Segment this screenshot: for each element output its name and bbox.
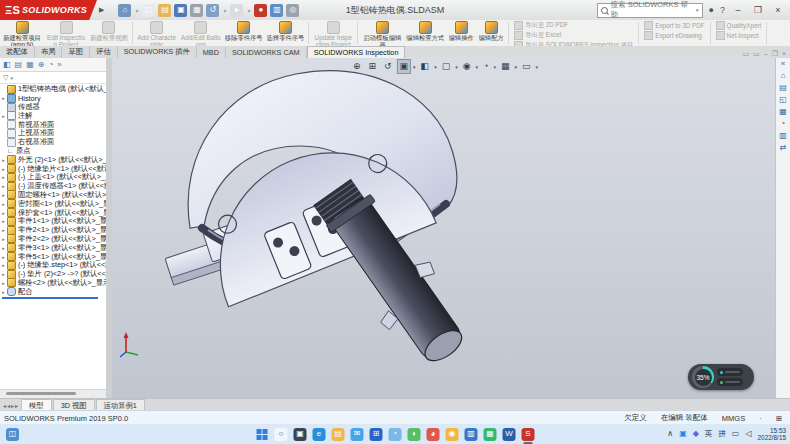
dimxpert-tab-icon[interactable]: ⊕ (38, 60, 45, 69)
command-tab-mbd[interactable]: MBD (197, 47, 226, 58)
scroll-arrow-icon[interactable]: ▸ (15, 402, 18, 409)
custom-properties-icon[interactable]: ▥ (779, 132, 787, 140)
expand-arrow-icon[interactable]: ▸ (0, 192, 7, 198)
view-palette-icon[interactable]: ▦ (779, 108, 787, 116)
recorder-overlay[interactable]: 35% (688, 364, 754, 390)
configuration-tab-icon[interactable]: ▦ (26, 60, 34, 69)
clock[interactable]: 15:532022/8/15 (758, 427, 786, 442)
save-icon[interactable]: ▣ (174, 4, 187, 17)
ribbon-button[interactable]: 新建检查项目 (amp;N) (0, 20, 44, 46)
command-tab-solidworks-插件[interactable]: SOLIDWORKS 插件 (118, 46, 197, 58)
expand-arrow-icon[interactable]: ▸ (0, 262, 7, 268)
restore-button[interactable]: ❐ (751, 5, 765, 15)
expand-arrow-icon[interactable]: ▸ (0, 218, 7, 224)
scroll-arrow-icon[interactable]: ◂ (7, 402, 10, 409)
language-indicator[interactable]: 英 (705, 429, 713, 439)
expand-arrow-icon[interactable]: ▸ (0, 280, 7, 286)
undo-icon[interactable]: ↺ (206, 4, 219, 17)
onedrive-icon[interactable]: ▣ (679, 430, 687, 438)
expand-arrow-icon[interactable]: ▸ (0, 210, 7, 216)
color-wheel-icon[interactable]: ◕ (427, 428, 440, 441)
tab-overflow-icon[interactable]: » (57, 60, 61, 69)
ribbon-button[interactable]: 编辑操作 (446, 20, 476, 46)
recorder-button-1[interactable] (717, 368, 743, 376)
expand-arrow-icon[interactable]: ▸ (0, 183, 7, 189)
graphics-area[interactable]: ⊕⊞↺▣▾◧▾▢▾◉▾◔▾▦▾▭▾ (112, 58, 776, 398)
ribbon-button[interactable]: 启动模板编辑器 (360, 20, 404, 46)
reader-icon[interactable]: ▥ (465, 428, 478, 441)
tray-chevron-icon[interactable]: ∧ (667, 430, 673, 438)
assembly-model[interactable] (112, 58, 776, 398)
expand-arrow-icon[interactable]: ▸ (0, 157, 7, 163)
user-account-icon[interactable]: ● (709, 6, 714, 15)
expand-arrow-icon[interactable]: ▸ (0, 254, 7, 260)
options-gear-icon[interactable]: ◎ (286, 4, 299, 17)
command-tab-装配体[interactable]: 装配体 (0, 46, 35, 58)
tree-filter-row[interactable]: ▽ ▾ (0, 72, 106, 84)
open-folder-icon[interactable]: ▤ (158, 4, 171, 17)
file-explorer-icon[interactable]: ◱ (779, 96, 787, 104)
command-tab-solidworks-cam[interactable]: SOLIDWORKS CAM (226, 47, 307, 58)
expand-arrow-icon[interactable]: ▸ (0, 174, 7, 180)
solidworks-app-icon[interactable]: S (522, 428, 535, 441)
expand-arrow-icon[interactable]: ▸ (0, 113, 7, 119)
search-input[interactable]: 搜索 SOLIDWORKS 帮助 ▾ (597, 3, 703, 18)
doc-window-button[interactable]: ▭ (742, 50, 749, 58)
tree-row[interactable]: 1型铝铸热电偶 (默认<默认_显示状态-1 (0, 85, 106, 94)
solidworks-logo[interactable]: ΞS SOLIDWORKS (0, 0, 97, 20)
filter-dropdown-icon[interactable]: ▾ (10, 75, 13, 81)
doc-window-button[interactable]: ❐ (772, 50, 778, 58)
display-pane-icon[interactable]: ▥ (270, 4, 283, 17)
ribbon-button[interactable]: 编辑配方 (476, 20, 506, 46)
status-tag-icon[interactable]: ⊞ (776, 414, 782, 423)
doc-window-button[interactable]: – (764, 50, 768, 58)
defender-icon[interactable]: ◆ (693, 430, 699, 438)
appearances-scenes-icon[interactable]: ◔ (781, 120, 786, 128)
recorder-button-2[interactable] (717, 378, 743, 386)
tree-row[interactable]: ▸History (0, 94, 106, 103)
forum-icon[interactable]: ⇄ (780, 144, 787, 152)
store-icon[interactable]: ⊞ (370, 428, 383, 441)
expand-arrow-icon[interactable]: ▸ (0, 289, 7, 295)
command-tab-评估[interactable]: 评估 (90, 46, 118, 58)
displaymanager-tab-icon[interactable]: ◔ (48, 60, 53, 69)
new-document-icon[interactable]: ▢ (142, 4, 155, 17)
notes-icon[interactable]: ▦ (484, 428, 497, 441)
scroll-arrow-icon[interactable]: ▸ (11, 402, 14, 409)
tree-horizontal-scrollbar[interactable] (0, 389, 106, 398)
search-dropdown-icon[interactable]: ▾ (696, 7, 699, 13)
interference-icon[interactable]: ● (254, 4, 267, 17)
expand-arrow-icon[interactable]: ▸ (0, 227, 7, 233)
widgets-icon[interactable]: ◫ (6, 428, 19, 441)
ime-indicator[interactable]: 拼 (718, 429, 726, 439)
collapse-taskpane-icon[interactable]: « (781, 60, 785, 68)
tree-row[interactable]: 传感器 (0, 103, 106, 112)
tree-row[interactable]: ▸螺栓<2> (默认<<默认>_显示状态 (0, 279, 106, 288)
wechat-icon[interactable]: ◖ (408, 428, 421, 441)
mail-icon[interactable]: ✉ (351, 428, 364, 441)
command-tab-布局[interactable]: 布局 (35, 46, 63, 58)
search-icon[interactable]: ○ (275, 428, 288, 441)
expand-arrow-icon[interactable]: ▸ (0, 245, 7, 251)
expand-arrow-icon[interactable]: ▸ (0, 201, 7, 207)
file-explorer-icon[interactable]: ▤ (332, 428, 345, 441)
select-cursor-icon[interactable]: ▸ (230, 4, 243, 17)
weather-icon[interactable]: ◔ (389, 428, 402, 441)
doc-window-button[interactable]: × (782, 50, 786, 58)
help-button[interactable]: ? (720, 6, 725, 15)
ribbon-button[interactable]: 选择零件序号 (265, 20, 307, 46)
command-tab-solidworks-inspection[interactable]: SOLIDWORKS Inspection (307, 46, 406, 58)
scrollbar-thumb[interactable] (6, 392, 76, 395)
ribbon-button[interactable]: 移除零件序号 (223, 20, 265, 46)
design-library-icon[interactable]: ▤ (779, 84, 787, 92)
tree-row[interactable]: ▸配合 (0, 287, 106, 296)
close-button[interactable]: × (771, 5, 785, 15)
minimize-button[interactable]: – (731, 5, 745, 15)
doc-window-button[interactable]: ▭ (753, 50, 760, 58)
touch-keyboard-icon[interactable]: ▭ (732, 430, 740, 438)
word-icon[interactable]: W (503, 428, 516, 441)
logo-expand-arrow-icon[interactable]: ▶ (99, 6, 104, 14)
expand-arrow-icon[interactable]: ▸ (0, 166, 7, 172)
propertymanager-tab-icon[interactable]: ▤ (15, 60, 23, 69)
solidworks-resources-icon[interactable]: ⌂ (781, 72, 786, 80)
